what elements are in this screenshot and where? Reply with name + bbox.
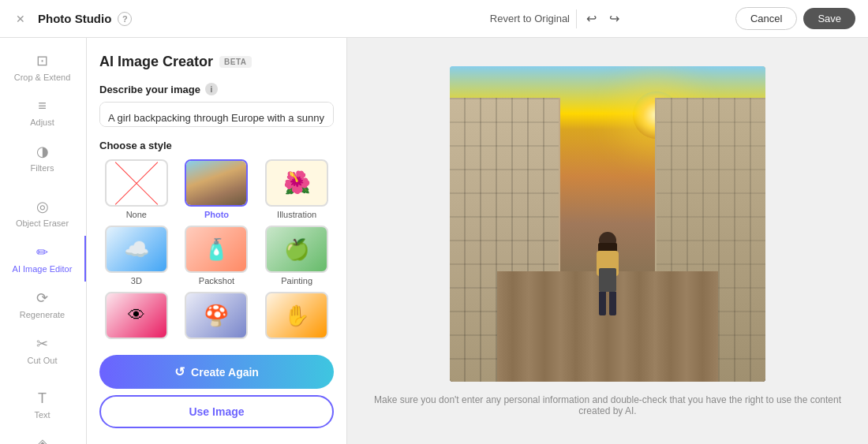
style-label-photo: Photo	[204, 210, 229, 219]
main-layout: ⊡ Crop & Extend ≡ Adjust ◑ Filters ◎ Obj…	[0, 38, 868, 444]
figure-leg-right	[609, 292, 616, 315]
sidebar-item-decorative[interactable]: ◈ Decorative	[0, 427, 86, 444]
sidebar-item-adjust[interactable]: ≡ Adjust	[0, 90, 86, 135]
save-button[interactable]: Save	[803, 8, 855, 29]
sidebar-item-object-eraser[interactable]: ◎ Object Eraser	[0, 190, 86, 236]
sidebar-item-label-filters: Filters	[31, 163, 54, 173]
style-thumb-packshot: 🧴	[185, 226, 248, 273]
figure-leg-left	[599, 292, 606, 315]
figure-legs	[599, 292, 616, 315]
sidebar-item-label-crop: Crop & Extend	[14, 73, 71, 82]
style-label-painting: Painting	[281, 276, 312, 285]
packshot-thumb-art: 🧴	[204, 237, 229, 262]
cut-out-icon: ✂	[36, 335, 48, 353]
sidebar-item-label-cut: Cut Out	[28, 356, 58, 365]
panel-title-area: AI Image Creator BETA	[99, 54, 334, 70]
app-header: ✕ Photo Studio ? Revert to Original ↩ ↪ …	[0, 0, 868, 38]
sidebar-item-ai-image-editor[interactable]: ✏ AI Image Editor	[0, 236, 86, 282]
footer-note: Make sure you don't enter any personal i…	[371, 394, 844, 416]
sidebar-item-regenerate[interactable]: ⟳ Regenerate	[0, 282, 86, 327]
panel-title: AI Image Creator	[99, 54, 213, 70]
sidebar-item-crop-extend[interactable]: ⊡ Crop & Extend	[0, 44, 86, 90]
figure-torso	[599, 268, 616, 292]
choose-style-label: Choose a style	[99, 140, 334, 151]
content-area: Make sure you don't enter any personal i…	[347, 38, 868, 444]
sidebar-item-label-regen: Regenerate	[20, 310, 65, 319]
style-label-packshot: Packshot	[199, 276, 234, 285]
sidebar: ⊡ Crop & Extend ≡ Adjust ◑ Filters ◎ Obj…	[0, 38, 87, 444]
header-center: Revert to Original ↩ ↪	[387, 8, 726, 29]
style-thumb-3d: ☁️	[105, 226, 168, 273]
create-again-icon: ↺	[174, 364, 185, 379]
create-again-button[interactable]: ↺ Create Again	[99, 355, 334, 389]
describe-textarea[interactable]	[99, 102, 334, 127]
row3a-thumb-art: 👁	[128, 305, 145, 326]
sidebar-item-label-eraser: Object Eraser	[16, 218, 69, 228]
sidebar-item-label-text: Text	[34, 410, 50, 420]
style-label-illustration: Illustration	[277, 210, 316, 219]
describe-info-icon[interactable]: i	[205, 83, 218, 95]
regenerate-icon: ⟳	[36, 289, 48, 307]
figure-body	[584, 232, 631, 334]
revert-link[interactable]: Revert to Original	[490, 13, 570, 24]
decorative-icon: ◈	[37, 435, 48, 444]
header-right: Cancel Save	[735, 7, 855, 30]
cancel-button[interactable]: Cancel	[735, 7, 797, 30]
object-eraser-icon: ◎	[36, 198, 49, 215]
backpacker-figure	[584, 232, 631, 334]
style-thumb-none	[105, 159, 168, 207]
style-illustration[interactable]: 🌺 Illustration	[260, 159, 334, 219]
3d-thumb-art: ☁️	[124, 237, 149, 262]
use-image-button[interactable]: Use Image	[99, 395, 334, 428]
ai-image-editor-icon: ✏	[36, 244, 48, 261]
filters-icon: ◑	[36, 143, 49, 160]
style-label-none: None	[126, 210, 147, 219]
illustration-thumb-art: 🌺	[283, 172, 311, 194]
style-thumb-row3c: ✋	[265, 292, 328, 339]
style-photo[interactable]: Photo	[180, 159, 254, 219]
painting-thumb-art: 🍏	[284, 237, 309, 262]
sidebar-item-label-adjust: Adjust	[30, 118, 54, 127]
beta-badge: BETA	[219, 56, 251, 68]
generated-image	[450, 66, 765, 382]
sidebar-item-label-ai: AI Image Editor	[13, 264, 73, 274]
text-icon: T	[38, 390, 47, 407]
undo-button[interactable]: ↩	[583, 8, 600, 29]
adjust-icon: ≡	[38, 98, 47, 114]
describe-label: Describe your image i	[99, 83, 334, 95]
none-cross-icon	[107, 161, 166, 205]
crop-extend-icon: ⊡	[36, 52, 48, 69]
style-thumb-photo	[185, 159, 248, 207]
style-thumb-row3b: 🍄	[185, 292, 248, 339]
style-packshot[interactable]: 🧴 Packshot	[180, 226, 254, 285]
style-none[interactable]: None	[99, 159, 174, 219]
style-thumb-illustration: 🌺	[265, 159, 328, 207]
sidebar-item-filters[interactable]: ◑ Filters	[0, 135, 86, 181]
style-3d[interactable]: ☁️ 3D	[99, 226, 174, 285]
style-thumb-row3a: 👁	[105, 292, 168, 339]
style-row3a[interactable]: 👁	[99, 292, 174, 342]
style-row3c[interactable]: ✋	[260, 292, 334, 342]
row3b-thumb-art: 🍄	[204, 304, 229, 328]
row3c-thumb-art: ✋	[284, 304, 309, 328]
style-row3b[interactable]: 🍄	[180, 292, 254, 342]
header-separator	[576, 9, 577, 28]
sidebar-item-cut-out[interactable]: ✂ Cut Out	[0, 327, 86, 373]
ai-image-creator-panel: AI Image Creator BETA Describe your imag…	[87, 38, 347, 444]
close-button[interactable]: ✕	[13, 9, 28, 28]
redo-button[interactable]: ↪	[606, 8, 623, 29]
sidebar-item-text[interactable]: T Text	[0, 382, 86, 427]
image-scene	[450, 66, 765, 382]
style-grid: None Photo 🌺 Illustration ☁️	[99, 159, 334, 342]
app-title: Photo Studio	[38, 12, 111, 25]
style-thumb-painting: 🍏	[265, 226, 328, 273]
photo-thumb-art	[186, 161, 246, 205]
help-icon[interactable]: ?	[118, 12, 132, 26]
style-painting[interactable]: 🍏 Painting	[260, 226, 334, 285]
style-label-3d: 3D	[131, 276, 142, 285]
